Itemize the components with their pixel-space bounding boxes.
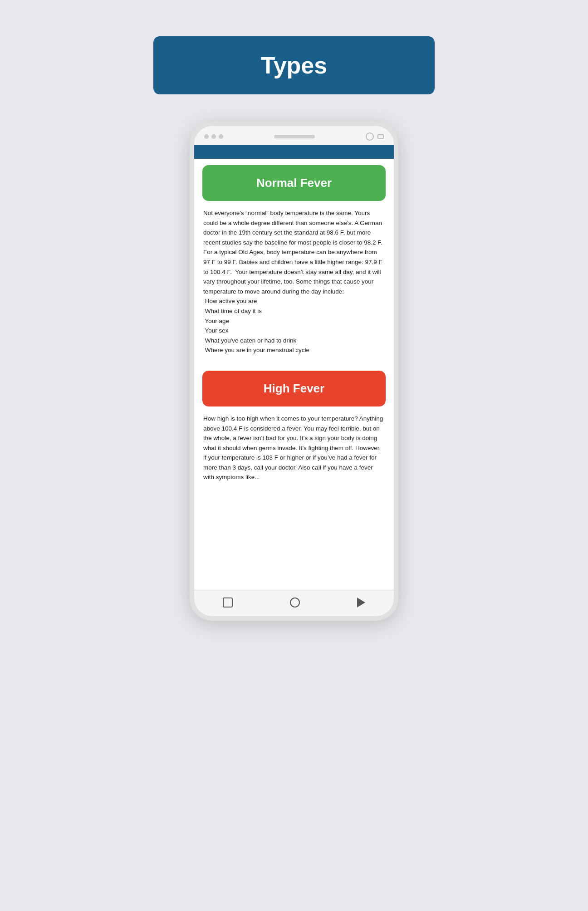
high-fever-title: High Fever — [264, 382, 324, 395]
phone-notch — [274, 135, 315, 138]
phone-dots — [204, 134, 223, 139]
phone-icon-settings — [366, 132, 374, 141]
nav-back-arrow-icon[interactable] — [357, 598, 365, 607]
normal-fever-header[interactable]: Normal Fever — [202, 165, 386, 201]
nav-back-circle-icon[interactable] — [290, 598, 300, 607]
phone-content: Normal Fever Not everyone's “normal” bod… — [194, 145, 394, 590]
normal-fever-section: Normal Fever Not everyone's “normal” bod… — [194, 165, 394, 364]
phone-frame: Normal Fever Not everyone's “normal” bod… — [190, 122, 398, 621]
nav-home-icon[interactable] — [223, 598, 233, 607]
top-banner: Types — [153, 36, 435, 94]
phone-dot-2 — [211, 134, 216, 139]
high-fever-header[interactable]: High Fever — [202, 371, 386, 407]
normal-fever-title: Normal Fever — [256, 176, 332, 190]
phone-top-bar — [194, 126, 394, 145]
high-fever-body: How high is too high when it comes to yo… — [194, 407, 394, 491]
scroll-content[interactable]: Normal Fever Not everyone's “normal” bod… — [194, 159, 394, 590]
top-banner-title: Types — [261, 52, 327, 78]
phone-icons — [366, 132, 384, 141]
high-fever-section: High Fever How high is too high when it … — [194, 371, 394, 491]
phone-icon-battery — [377, 134, 384, 139]
app-header-bar — [194, 145, 394, 159]
phone-dot-3 — [219, 134, 223, 139]
phone-bottom-nav — [194, 590, 394, 616]
normal-fever-body: Not everyone's “normal” body temperature… — [194, 201, 394, 364]
normal-fever-text: Not everyone's “normal” body temperature… — [203, 208, 385, 355]
high-fever-text: How high is too high when it comes to yo… — [203, 414, 385, 482]
phone-dot-1 — [204, 134, 209, 139]
